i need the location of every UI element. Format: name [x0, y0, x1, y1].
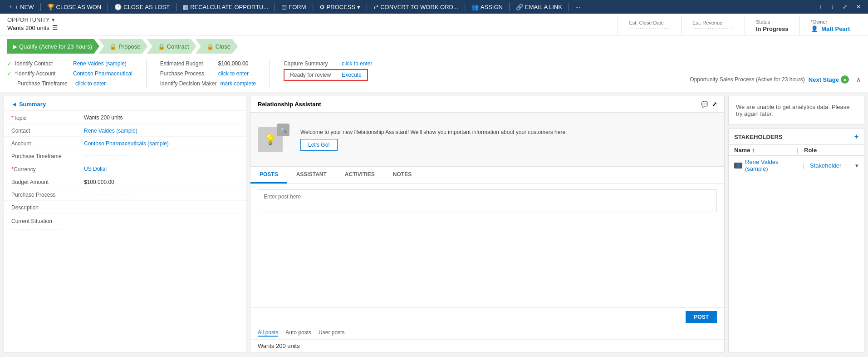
spacer — [386, 59, 690, 88]
posts-preview: Wants 200 units — [250, 340, 724, 352]
post-btn-row: POST — [250, 307, 724, 327]
email-link-button[interactable]: 🔗 EMAIL A LINK — [512, 0, 566, 14]
execute-button[interactable]: Execute — [342, 72, 361, 78]
stage-qualify[interactable]: ▶ Qualify (Active for 23 hours) — [7, 39, 99, 54]
tab-notes[interactable]: NOTES — [384, 167, 421, 183]
header-fields: Est. Close Date ··················· Est.… — [618, 16, 861, 35]
stage-col-3: Capture Summary click to enter Ready for… — [270, 59, 386, 88]
header-icons: 💬 ⤢ — [701, 101, 717, 108]
toolbar-separator-8 — [509, 3, 510, 11]
owner-field: *Owner 👤 Matt Peart — [799, 16, 861, 35]
new-button[interactable]: ＋ + NEW — [4, 0, 38, 14]
header-left: OPPORTUNITY ▾ Wants 200 units ☰ — [7, 16, 618, 35]
up-button[interactable]: ↑ — [815, 3, 825, 11]
filter-all-posts[interactable]: All posts — [258, 329, 278, 337]
est-revenue-field: Est. Revenue ··················· — [681, 16, 745, 35]
toolbar-separator-6 — [367, 3, 367, 11]
row-dropdown-icon[interactable]: ▾ — [855, 162, 858, 169]
post-button[interactable]: POST — [686, 311, 717, 323]
chevron-down-icon[interactable]: ▾ — [52, 16, 55, 23]
stage-col-2: Estimated Budget $100,000.00 Purchase Pr… — [146, 59, 270, 88]
dropdown-col — [849, 147, 858, 154]
close-as-lost-button[interactable]: 🕐 CLOSE AS LOST — [111, 0, 173, 14]
relationship-assistant-body: 💡 🔍 Welcome to your new Relationship Ass… — [250, 113, 724, 167]
stakeholder-role-cell: Stakeholder — [810, 162, 855, 169]
col-separator: | — [797, 147, 800, 154]
next-stage-button[interactable]: Next Stage ● — [809, 75, 849, 84]
process-button[interactable]: ⚙ PROCESS ▾ — [316, 0, 364, 14]
right-panel: We are unable to get analytics data. Ple… — [728, 96, 864, 352]
ready-for-review-box: Ready for review Execute — [284, 69, 368, 81]
toolbar-separator-9 — [569, 3, 569, 11]
menu-icon[interactable]: ☰ — [52, 24, 58, 31]
posts-filter-row: All posts Auto posts User posts — [250, 327, 724, 340]
flag-icon: ▶ — [13, 43, 17, 50]
add-stakeholder-button[interactable]: + — [854, 133, 858, 141]
post-input[interactable] — [258, 189, 717, 212]
stage-bar: ▶ Qualify (Active for 23 hours) 🔒 Propos… — [7, 39, 861, 54]
collapse-button[interactable]: ∧ — [856, 76, 861, 83]
toolbar-separator-4 — [275, 3, 275, 11]
expand-button[interactable]: ⤢ — [839, 3, 851, 11]
toolbar-separator-5 — [313, 3, 313, 11]
stakeholder-name-cell: 👤 Rene Valdes (sample) — [734, 159, 803, 172]
tab-posts[interactable]: POSTS — [250, 167, 287, 183]
convert-icon: ⇄ — [373, 4, 378, 10]
chevron-left-icon: ◄ — [11, 101, 17, 108]
down-button[interactable]: ↓ — [827, 3, 837, 11]
form-row-currency: *Currency US Dollar — [4, 162, 246, 175]
recalculate-button[interactable]: ▦ RECALCULATE OPPORTU... — [179, 0, 272, 14]
stakeholders-card: STAKEHOLDERS + Name ↑ | Role 👤 Rene Vald… — [728, 129, 864, 352]
stage-propose[interactable]: 🔒 Propose — [98, 39, 147, 54]
more-button[interactable]: ··· — [572, 0, 584, 14]
clock-icon: 🕐 — [114, 4, 122, 10]
stage-row-capture-summary: Capture Summary click to enter — [284, 59, 372, 68]
lock-icon: 🔒 — [109, 43, 117, 50]
record-title: Wants 200 units ☰ — [7, 24, 618, 35]
form-row-topic: *Topic Wants 200 units — [4, 111, 246, 124]
main-content: ◄ Summary *Topic Wants 200 units Contact… — [0, 92, 868, 352]
form-button[interactable]: ▤ FORM — [278, 0, 309, 14]
stakeholder-row: 👤 Rene Valdes (sample) | Stakeholder ▾ — [729, 156, 864, 175]
close-as-won-button[interactable]: 🏆 CLOSE AS WON — [44, 0, 105, 14]
stage-row-est-budget: Estimated Budget $100,000.00 — [160, 59, 256, 68]
close-window-button[interactable]: ✕ — [853, 3, 864, 11]
checkmark-icon-2: ✓ — [7, 71, 11, 77]
stage-contract[interactable]: 🔒 Contract — [147, 39, 196, 54]
lock-icon-3: 🔒 — [206, 43, 214, 50]
tabs-row: POSTS ASSISTANT ACTIVITIES NOTES — [250, 167, 724, 184]
stage-row-purchase-timeframe: Purchase Timeframe click to enter — [7, 79, 132, 88]
stage-row-identify-contact: ✓ Identify Contact Rene Valdes (sample) — [7, 59, 132, 68]
left-panel: ◄ Summary *Topic Wants 200 units Contact… — [4, 96, 246, 352]
form-row-purchase-process: Purchase Process ··················· — [4, 188, 246, 201]
process-icon: ⚙ — [319, 4, 325, 10]
filter-user-posts[interactable]: User posts — [319, 329, 344, 337]
role-col-header[interactable]: Role — [804, 147, 849, 154]
form-icon: ▤ — [281, 4, 287, 10]
row-separator: | — [803, 162, 806, 169]
stage-row-decision-maker: Identify Decision Maker mark complete — [160, 79, 256, 88]
stage-bar-container: ▶ Qualify (Active for 23 hours) 🔒 Propos… — [0, 35, 868, 92]
stage-col-1: ✓ Identify Contact Rene Valdes (sample) … — [7, 59, 146, 88]
toolbar-separator-2 — [108, 3, 108, 11]
tab-assistant[interactable]: ASSISTANT — [287, 167, 336, 183]
filter-auto-posts[interactable]: Auto posts — [285, 329, 311, 337]
name-col-header[interactable]: Name ↑ — [734, 147, 797, 154]
lets-go-button[interactable]: Let's Go! — [300, 139, 338, 151]
status-field: Status In Progress — [745, 16, 799, 35]
toolbar-right: ↑ ↓ ⤢ ✕ — [815, 3, 864, 11]
toolbar-separator-7 — [465, 3, 465, 11]
tab-activities[interactable]: ACTIVITIES — [336, 167, 384, 183]
convert-button[interactable]: ⇄ CONVERT TO WORK ORD... — [370, 0, 462, 14]
next-stage-circle: ● — [841, 75, 849, 84]
stage-row-ready-review: Ready for review Execute — [284, 69, 372, 81]
expand-icon[interactable]: ⤢ — [712, 101, 717, 108]
assign-button[interactable]: 👥 ASSIGN — [468, 0, 506, 14]
stakeholder-name[interactable]: Rene Valdes (sample) — [745, 159, 803, 172]
stage-close[interactable]: 🔒 Close — [196, 39, 238, 54]
stakeholders-header: STAKEHOLDERS + — [729, 129, 864, 145]
chat-icon[interactable]: 💬 — [701, 101, 708, 108]
stage-details: ✓ Identify Contact Rene Valdes (sample) … — [7, 57, 861, 92]
post-input-area — [250, 184, 724, 307]
relationship-assistant-header: Relationship Assistant 💬 ⤢ — [250, 96, 724, 113]
